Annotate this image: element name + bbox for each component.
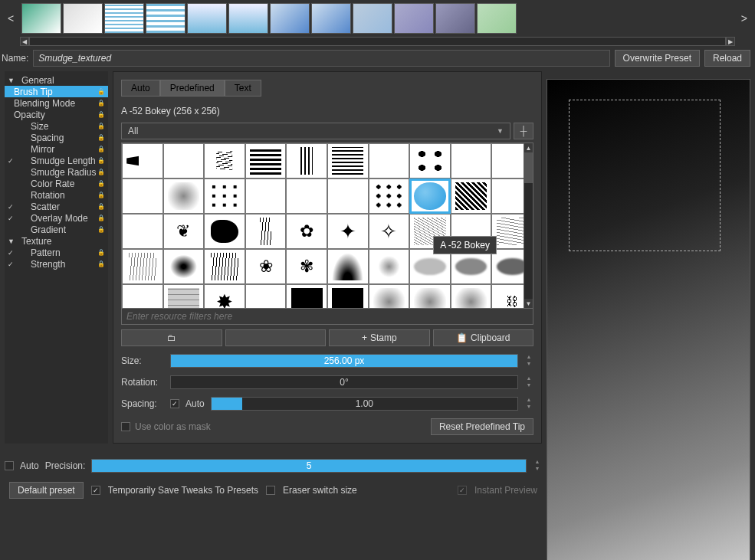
down-icon[interactable]: ▼ [533,466,542,473]
brush-tip-cell[interactable]: ✿ [286,214,327,249]
brush-tip-cell[interactable] [204,214,245,249]
instant-preview-checkbox[interactable] [458,486,467,495]
default-preset-button[interactable]: Default preset [9,482,84,499]
brush-tip-cell[interactable] [122,284,163,308]
brush-tip-cell[interactable] [327,249,369,284]
brush-tip-cell[interactable] [327,178,369,214]
brush-tip-cell[interactable] [286,178,327,214]
down-icon[interactable]: ▼ [524,382,533,389]
preset-thumb[interactable] [394,3,434,34]
brush-tip-cell[interactable]: ✧ [369,214,410,249]
brush-tip-cell[interactable]: ✦ [327,214,369,249]
brush-tip-cell[interactable] [369,284,410,308]
size-spinner[interactable]: ▲▼ [524,354,533,368]
sidebar-item-gradient[interactable]: Gradient🔒 [5,224,108,235]
preset-thumb[interactable] [228,3,268,34]
preset-thumb[interactable] [435,3,475,34]
preset-next[interactable]: > [737,12,752,25]
brush-tip-cell[interactable] [451,143,492,178]
preset-thumb[interactable] [187,3,227,34]
sidebar-section-texture[interactable]: ▼Texture [5,235,108,247]
brush-tip-cell-selected[interactable] [409,178,451,214]
sidebar-item-scatter[interactable]: ✓Scatter🔒 [5,201,108,212]
brush-tip-cell[interactable] [204,249,245,284]
preset-thumb[interactable] [353,3,392,34]
overwrite-preset-button[interactable]: Overwrite Preset [615,50,700,67]
sidebar-item-mirror[interactable]: Mirror🔒 [5,143,108,155]
preset-thumb[interactable] [21,3,61,34]
rotation-slider[interactable]: 0° [170,375,518,389]
size-slider[interactable]: 256.00 px [170,354,518,368]
preset-thumb[interactable] [311,3,351,34]
tab-predefined[interactable]: Predefined [160,80,225,97]
scroll-right-icon[interactable]: ▶ [726,37,735,46]
brush-tip-cell[interactable] [451,284,492,308]
down-icon[interactable]: ▼ [524,361,533,368]
stamp-button[interactable]: + Stamp [329,329,430,346]
precision-spinner[interactable]: ▲▼ [533,459,542,473]
brush-tip-cell[interactable] [409,143,451,178]
brush-tip-cell[interactable] [245,284,287,308]
preset-prev[interactable]: < [3,12,18,25]
sidebar-item-brush-tip[interactable]: Brush Tip🔒 [5,86,108,97]
scroll-left-icon[interactable]: ◀ [20,37,29,46]
brush-tip-cell[interactable] [327,143,369,178]
tag-filter-combo[interactable]: All ▼ [121,123,510,139]
brush-tip-cell[interactable]: ✾ [286,249,327,284]
eraser-checkbox[interactable] [266,486,275,495]
brush-tip-cell[interactable] [409,284,451,308]
sidebar-item-size[interactable]: Size🔒 [5,120,108,132]
brush-tip-cell[interactable] [204,178,245,214]
brush-tip-cell[interactable] [163,284,205,308]
brush-tip-cell[interactable] [286,284,327,308]
delete-button[interactable] [225,329,327,346]
sidebar-item-overlay[interactable]: ✓Overlay Mode🔒 [5,212,108,224]
sidebar-item-smudge-radius[interactable]: Smudge Radius🔒 [5,166,108,178]
reload-button[interactable]: Reload [704,50,750,67]
brush-tip-cell[interactable] [245,143,287,178]
sidebar-item-strength[interactable]: ✓Strength🔒 [5,258,108,270]
brush-tip-cell[interactable] [163,143,205,178]
precision-auto-checkbox[interactable] [5,461,14,470]
up-icon[interactable]: ▲ [524,397,533,404]
brush-tip-cell[interactable] [245,214,287,249]
brush-tip-cell[interactable]: ❀ [245,249,287,284]
spacing-auto-checkbox[interactable] [170,399,179,408]
preset-thumb[interactable] [104,3,144,34]
brush-tip-cell[interactable]: A -52 Bokey [409,214,451,249]
spacing-spinner[interactable]: ▲▼ [524,397,533,411]
brush-tip-cell[interactable]: ❦ [163,214,205,249]
sidebar-item-rotation[interactable]: Rotation🔒 [5,189,108,201]
sidebar-item-blending[interactable]: Blending Mode🔒 [5,97,108,109]
brush-tip-cell[interactable] [245,178,287,214]
brush-tip-cell[interactable] [327,284,369,308]
precision-slider[interactable]: 5 [91,459,527,473]
scroll-track[interactable] [29,37,726,46]
preset-thumb[interactable] [63,3,103,34]
clipboard-button[interactable]: 📋 Clipboard [433,329,534,346]
sidebar-item-pattern[interactable]: ✓Pattern🔒 [5,247,108,258]
brush-tip-cell[interactable] [451,178,492,214]
spacing-slider[interactable]: 1.00 [211,397,518,411]
brush-tip-cell[interactable] [163,178,205,214]
preset-name-input[interactable] [33,50,609,67]
brush-tip-cell[interactable] [369,178,410,214]
brush-tip-cell[interactable] [369,143,410,178]
up-icon[interactable]: ▲ [524,375,533,382]
brush-tip-cell[interactable] [122,214,163,249]
sidebar-section-general[interactable]: ▼General [5,74,108,86]
preset-thumb[interactable] [270,3,310,34]
preset-thumb[interactable] [477,3,517,34]
preset-thumb[interactable] [146,3,185,34]
brush-tip-cell[interactable] [163,249,205,284]
tab-auto[interactable]: Auto [121,80,160,97]
scroll-thumb[interactable] [524,152,533,183]
brush-tip-cell[interactable] [122,249,163,284]
brush-tip-cell[interactable] [204,143,245,178]
reset-predefined-button[interactable]: Reset Predefined Tip [431,418,533,435]
scroll-up-icon[interactable]: ▲ [524,143,533,152]
up-icon[interactable]: ▲ [533,459,542,466]
brush-tip-cell[interactable] [122,178,163,214]
brush-tip-cell[interactable]: ✸ [204,284,245,308]
preset-scrollbar[interactable]: ◀ ▶ [20,37,735,46]
